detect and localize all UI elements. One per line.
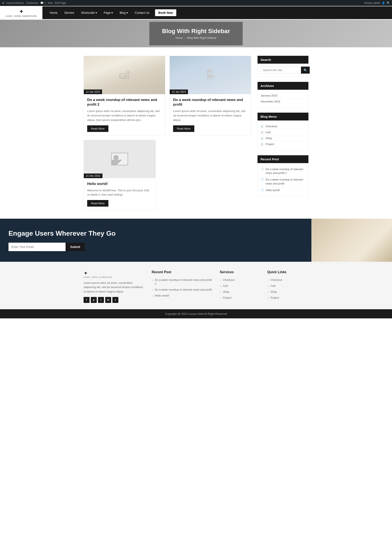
footer-quick-2[interactable]: ⌂Cart <box>267 283 308 289</box>
blog-menu-widget-body: 🛒Checkout 🛒Cart 🛒Shop 🛒Project <box>258 120 308 150</box>
archives-widget-title: Archives <box>258 82 308 90</box>
social-instagram[interactable]: i <box>98 297 104 303</box>
footer-icon-2: ⌂ <box>152 288 153 292</box>
footer-quick-3[interactable]: ⌂Shop <box>267 289 308 295</box>
social-pinterest[interactable]: p <box>91 297 97 303</box>
footer-quick-links: Quick Links ⌂Checkout ⌂Cart ⌂Shop ⌂Proje… <box>267 270 308 303</box>
footer-bottom: Copyright @ 2023 Luxury Hotel All Right … <box>0 309 392 318</box>
engage-right <box>311 219 392 262</box>
read-more-btn-2[interactable]: Read More <box>173 125 194 132</box>
recent-icon-2: 📄 <box>261 178 264 181</box>
quick-icon-3: ⌂ <box>267 290 269 293</box>
footer-quick-1[interactable]: ⌂Checkout <box>267 277 308 283</box>
blog-menu-widget-title: Blog Menu <box>258 113 308 120</box>
post-date-2: 12 Jan 2023 <box>170 90 188 94</box>
breadcrumb: Home → Blog With Right Sidebar <box>162 36 230 39</box>
cart-icon: 🛒 <box>261 131 264 134</box>
blog-menu-project[interactable]: 🛒Project <box>261 141 305 147</box>
edit-page-link[interactable]: Edit Page <box>55 1 66 4</box>
nav-contact[interactable]: Contact Us <box>132 9 152 16</box>
new-link[interactable]: New <box>48 1 53 4</box>
post-date-1: 12 Jan 2023 <box>84 90 102 94</box>
recent-post-3[interactable]: 📄Hello world! <box>261 187 305 194</box>
search-widget-body: 🔍 <box>258 64 308 77</box>
admin-avatar[interactable]: 👤 <box>382 1 385 4</box>
archive-list: January 2023 December 2022 <box>261 93 305 104</box>
social-twitter[interactable]: t <box>112 297 118 303</box>
sidebar: Search 🔍 Archives January 2023 December … <box>258 56 308 210</box>
nav-service[interactable]: Service <box>61 9 77 16</box>
quick-icon-1: ⌂ <box>267 278 269 282</box>
engage-form: Submit <box>8 243 85 251</box>
wp-logo[interactable]: ⊞ <box>2 1 4 4</box>
search-input[interactable] <box>261 67 301 74</box>
logo-area: ✦ LUKE JOHN HARRISON <box>0 6 42 20</box>
search-widget-title: Search <box>258 56 308 64</box>
footer-services-title: Services <box>220 270 261 274</box>
breadcrumb-home[interactable]: Home <box>176 36 183 39</box>
nav-shortcode[interactable]: Shortcode ▾ <box>78 9 100 16</box>
nav-home[interactable]: Home <box>47 9 60 16</box>
search-box: 🔍 <box>261 67 305 74</box>
recent-icon-1: 📄 <box>261 167 264 171</box>
footer-service-2[interactable]: ⌂Cart <box>220 283 261 289</box>
site-link[interactable]: luxury-hotel-pro <box>6 1 24 4</box>
post-content-2: Do a week roundup of relevant news and p… <box>170 94 251 135</box>
customize-link[interactable]: Customize <box>26 1 38 4</box>
footer-service-1[interactable]: ⌂Checkout <box>220 277 261 283</box>
logo-icon: ✦ <box>4 8 38 15</box>
footer-socials: f p i in t <box>84 297 145 303</box>
search-button[interactable]: 🔍 <box>301 67 310 74</box>
engage-submit-button[interactable]: Submit <box>66 243 85 251</box>
footer-service-3[interactable]: ⌂Shop <box>220 289 261 295</box>
site-footer: ✦ LUKE JOHN HARRISON Lorem ipsum dolor s… <box>0 262 392 318</box>
archive-item-dec[interactable]: December 2022 <box>261 99 305 104</box>
nav-blog[interactable]: Blog ▾ <box>117 9 131 16</box>
footer-services: Services ⌂Checkout ⌂Cart ⌂Shop ⌂Project <box>220 270 261 303</box>
footer-inner: ✦ LUKE JOHN HARRISON Lorem ipsum dolor s… <box>79 270 313 303</box>
comments-link[interactable]: 💬 3 <box>40 1 46 4</box>
blog-menu-widget: Blog Menu 🛒Checkout 🛒Cart 🛒Shop 🛒Project <box>258 113 308 150</box>
blog-menu-checkout[interactable]: 🛒Checkout <box>261 124 305 129</box>
social-linkedin[interactable]: in <box>105 297 111 303</box>
engage-email-input[interactable] <box>8 243 66 251</box>
engage-title: Engage Users Wherever They Go <box>8 229 303 237</box>
recent-icon-3: 📄 <box>261 188 264 192</box>
post-card-2: 🪑 12 Jan 2023 Do a week roundup of relev… <box>169 56 251 136</box>
post-image-2: 🪑 12 Jan 2023 <box>170 56 251 94</box>
post-placeholder-image <box>84 140 155 178</box>
read-more-btn-1[interactable]: Read More <box>87 125 108 132</box>
search-icon[interactable]: 🔍 <box>387 1 390 4</box>
nav-page[interactable]: Page ▾ <box>101 9 116 16</box>
recent-post-2[interactable]: 📄Do a week roundup of relevant news and … <box>261 176 305 187</box>
archives-widget-body: January 2023 December 2022 <box>258 90 308 108</box>
read-more-btn-3[interactable]: Read More <box>87 200 108 207</box>
blog-menu-shop[interactable]: 🛒Shop <box>261 135 305 141</box>
room-details-1: 🛋 <box>84 56 165 94</box>
footer-recent-1[interactable]: ⌂Do a week roundup of relevant news and … <box>152 277 213 287</box>
footer-services-list: ⌂Checkout ⌂Cart ⌂Shop ⌂Project <box>220 277 261 301</box>
post-excerpt-2: Lorem ipsum dolor sit amet, consectetur … <box>173 109 248 122</box>
recent-post-1[interactable]: 📄Do a week roundup of relevant news and … <box>261 166 305 176</box>
footer-recent-3[interactable]: ⌂Hello world! <box>152 293 213 299</box>
post-excerpt-1: Lorem ipsum dolor sit amet, consectetur … <box>87 109 162 122</box>
footer-icon-1: ⌂ <box>152 278 153 282</box>
nav-book-now[interactable]: Book Now <box>155 9 176 16</box>
archive-item-jan[interactable]: January 2023 <box>261 93 305 99</box>
search-widget: Search 🔍 <box>258 56 308 77</box>
post-title-2: Do a week roundup of relevant news and p… <box>173 97 248 107</box>
social-facebook[interactable]: f <box>84 297 90 303</box>
recent-post-widget: Recent Post 📄Do a week roundup of releva… <box>258 155 308 197</box>
blog-menu-cart[interactable]: 🛒Cart <box>261 129 305 135</box>
footer-recent-2[interactable]: ⌂Do a week roundup of relevant news and … <box>152 287 213 293</box>
footer-quick-links-title: Quick Links <box>267 270 308 274</box>
footer-logo-name: LUKE JOHN HARRISON <box>84 276 145 278</box>
banner-title: Blog With Right Sidebar <box>162 28 230 35</box>
footer-quick-4[interactable]: ⌂Project <box>267 295 308 301</box>
breadcrumb-current: Blog With Right Sidebar <box>187 36 216 39</box>
footer-description: Lorem ipsum dolor sit amet, consectetur … <box>84 281 145 294</box>
footer-recent-list: ⌂Do a week roundup of relevant news and … <box>152 277 213 299</box>
admin-bar-left: ⊞ luxury-hotel-pro Customize 💬 3 New Edi… <box>2 1 66 4</box>
footer-service-4[interactable]: ⌂Project <box>220 295 261 301</box>
service-icon-2: ⌂ <box>220 285 221 288</box>
